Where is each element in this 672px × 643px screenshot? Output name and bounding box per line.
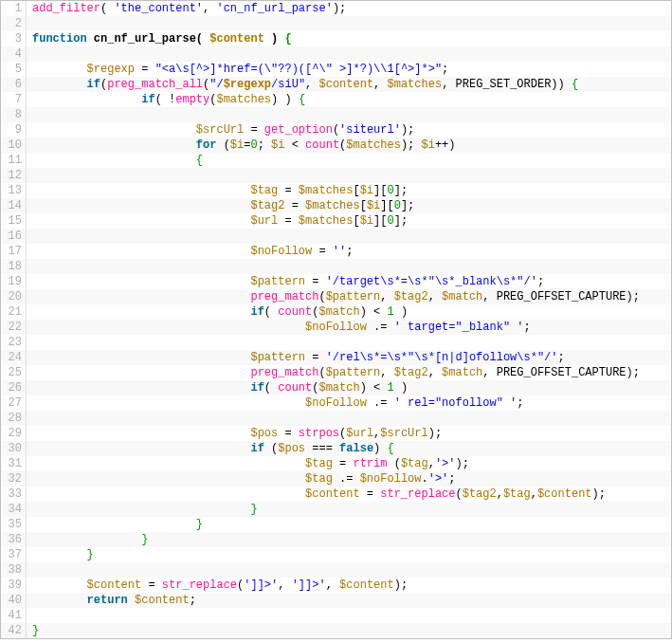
code-content: preg_match($pattern, $tag2, $match, PREG… — [27, 365, 640, 380]
code-line: 16 — [1, 229, 671, 244]
code-content: } — [27, 532, 148, 547]
code-content: preg_match($pattern, $tag2, $match, PREG… — [27, 289, 640, 304]
line-number: 23 — [1, 335, 27, 350]
code-content: $tag = rtrim ($tag,'>'); — [27, 456, 469, 471]
code-content: $pattern = '/rel\s*=\s*"\s*[n|d]ofollow\… — [27, 350, 565, 365]
code-block: 1add_filter( 'the_content', 'cn_nf_url_p… — [0, 0, 672, 639]
line-number: 25 — [1, 365, 27, 380]
code-content: $regexp = "<a\s[^>]*href=(\"??)([^\" >]*… — [27, 62, 448, 77]
code-content: for ($i=0; $i < count($matches); $i++) — [27, 138, 456, 153]
line-number: 40 — [1, 593, 27, 608]
code-content: } — [27, 547, 94, 562]
code-content: $srcUrl = get_option('siteurl'); — [27, 122, 414, 138]
code-line: 13 $tag = $matches[$i][0]; — [1, 183, 671, 198]
code-line: 31 $tag = rtrim ($tag,'>'); — [1, 456, 671, 471]
code-line: 25 preg_match($pattern, $tag2, $match, P… — [1, 365, 671, 380]
code-line: 5 $regexp = "<a\s[^>]*href=(\"??)([^\" >… — [1, 62, 671, 77]
line-number: 34 — [1, 502, 27, 517]
code-content: $noFollow .= ' rel="nofollow" '; — [27, 395, 524, 411]
code-line: 11 { — [1, 153, 671, 168]
line-number: 24 — [1, 350, 27, 365]
code-line: 2 — [1, 16, 671, 31]
line-number: 21 — [1, 304, 27, 320]
code-line: 4 — [1, 46, 671, 62]
line-number: 9 — [1, 122, 27, 138]
line-number: 18 — [1, 259, 27, 274]
code-content: function cn_nf_url_parse( $content ) { — [27, 31, 292, 46]
code-line: 34 } — [1, 502, 671, 517]
code-content: $pos = strpos($url,$srcUrl); — [27, 426, 442, 441]
line-number: 7 — [1, 92, 27, 107]
code-line: 30 if ($pos === false) { — [1, 441, 671, 456]
code-content: if( count($match) < 1 ) — [27, 380, 408, 395]
code-content: $url = $matches[$i][0]; — [27, 213, 408, 229]
line-number: 19 — [1, 274, 27, 289]
code-content: $content = str_replace($tag2,$tag,$conte… — [27, 487, 606, 502]
code-line: 39 $content = str_replace(']]>', ']]>', … — [1, 578, 671, 593]
code-line: 37 } — [1, 547, 671, 562]
code-line: 36 } — [1, 532, 671, 547]
line-number: 28 — [1, 411, 27, 426]
line-number: 38 — [1, 562, 27, 578]
code-content: $tag = $matches[$i][0]; — [27, 183, 408, 198]
line-number: 33 — [1, 487, 27, 502]
line-number: 6 — [1, 77, 27, 92]
line-number: 4 — [1, 46, 27, 62]
code-line: 23 — [1, 335, 671, 350]
line-number: 17 — [1, 244, 27, 259]
line-number: 8 — [1, 107, 27, 122]
code-line: 35 } — [1, 517, 671, 532]
code-content — [27, 46, 32, 62]
line-number: 13 — [1, 183, 27, 198]
code-line: 3function cn_nf_url_parse( $content ) { — [1, 31, 671, 46]
code-content — [27, 562, 32, 578]
line-number: 32 — [1, 471, 27, 487]
code-content — [27, 259, 32, 274]
code-line: 28 — [1, 411, 671, 426]
code-content: $tag2 = $matches[$i][0]; — [27, 198, 414, 213]
line-number: 20 — [1, 289, 27, 304]
code-line: 1add_filter( 'the_content', 'cn_nf_url_p… — [1, 1, 671, 16]
line-number: 31 — [1, 456, 27, 471]
code-content: } — [27, 502, 258, 517]
code-line: 8 — [1, 107, 671, 122]
code-line: 9 $srcUrl = get_option('siteurl'); — [1, 122, 671, 138]
code-content: if( !empty($matches) ) { — [27, 92, 305, 107]
code-line: 14 $tag2 = $matches[$i][0]; — [1, 198, 671, 213]
code-content: $tag .= $noFollow.'>'; — [27, 471, 456, 487]
code-line: 7 if( !empty($matches) ) { — [1, 92, 671, 107]
code-line: 21 if( count($match) < 1 ) — [1, 304, 671, 320]
code-line: 20 preg_match($pattern, $tag2, $match, P… — [1, 289, 671, 304]
code-content: if ($pos === false) { — [27, 441, 394, 456]
code-line: 40 return $content; — [1, 593, 671, 608]
code-content — [27, 16, 32, 31]
code-content — [27, 335, 32, 350]
line-number: 35 — [1, 517, 27, 532]
code-content: $noFollow .= ' target="_blank" '; — [27, 320, 531, 335]
line-number: 26 — [1, 380, 27, 395]
code-content: if( count($match) < 1 ) — [27, 304, 408, 320]
code-line: 6 if(preg_match_all("/$regexp/siU", $con… — [1, 77, 671, 92]
code-content: } — [27, 623, 39, 638]
code-line: 41 — [1, 608, 671, 623]
code-line: 15 $url = $matches[$i][0]; — [1, 213, 671, 229]
line-number: 15 — [1, 213, 27, 229]
line-number: 14 — [1, 198, 27, 213]
line-number: 5 — [1, 62, 27, 77]
code-line: 18 — [1, 259, 671, 274]
code-line: 12 — [1, 168, 671, 183]
code-line: 24 $pattern = '/rel\s*=\s*"\s*[n|d]ofoll… — [1, 350, 671, 365]
code-line: 38 — [1, 562, 671, 578]
line-number: 29 — [1, 426, 27, 441]
line-number: 1 — [1, 1, 27, 16]
code-line: 17 $noFollow = ''; — [1, 244, 671, 259]
code-content: { — [27, 153, 203, 168]
line-number: 27 — [1, 395, 27, 411]
code-line: 29 $pos = strpos($url,$srcUrl); — [1, 426, 671, 441]
line-number: 36 — [1, 532, 27, 547]
line-number: 12 — [1, 168, 27, 183]
code-content: if(preg_match_all("/$regexp/siU", $conte… — [27, 77, 578, 92]
line-number: 3 — [1, 31, 27, 46]
code-content — [27, 411, 32, 426]
code-line: 33 $content = str_replace($tag2,$tag,$co… — [1, 487, 671, 502]
